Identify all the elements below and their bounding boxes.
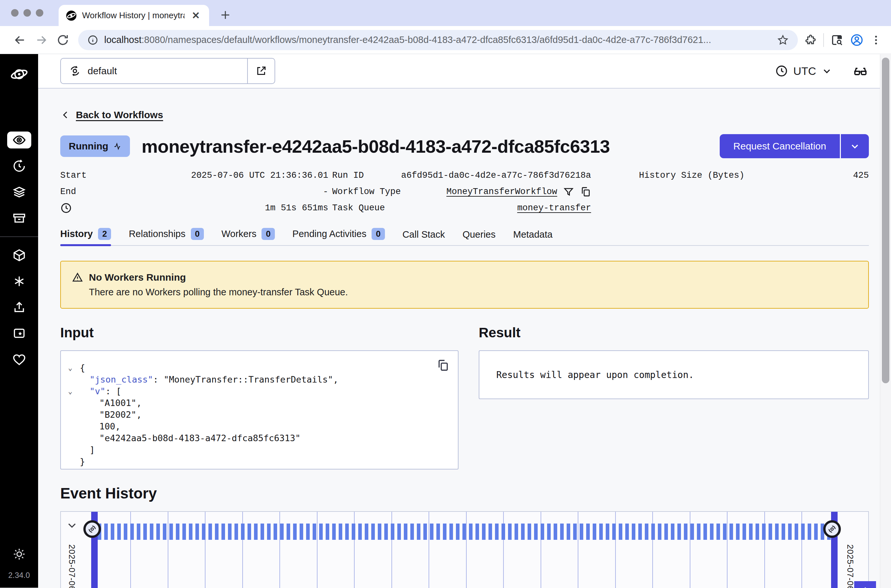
tab-workers[interactable]: Workers0 xyxy=(222,228,275,245)
detail-row: Run IDa6fd95d1-da0c-4d2e-a77c-786f3d7621… xyxy=(332,167,591,184)
forward-icon[interactable] xyxy=(31,29,52,51)
labs-glasses-icon[interactable] xyxy=(853,63,868,79)
cancellation-menu-button[interactable] xyxy=(841,134,869,158)
tab-count-badge: 0 xyxy=(372,228,385,240)
timeline-end-marker[interactable] xyxy=(823,520,841,538)
chevron-down-icon xyxy=(821,66,832,76)
copy-icon[interactable] xyxy=(580,186,591,197)
timeline-event-stripes[interactable] xyxy=(98,524,831,540)
window-close-button[interactable] xyxy=(11,9,19,16)
back-to-workflows-link[interactable]: Back to Workflows xyxy=(76,110,163,120)
toolbar-divider xyxy=(823,33,824,47)
browser-chrome: Workflow History | moneytran ✕ localhost… xyxy=(0,0,891,54)
timezone-selector[interactable]: UTC xyxy=(775,64,832,78)
namespace-icon xyxy=(69,65,81,77)
sidebar-item-namespaces[interactable] xyxy=(7,247,31,264)
details-col-1: Start2025-07-06 UTC 21:36:36.01End-1m 51… xyxy=(60,167,328,216)
json-text: : "MoneyTransfer::TransferDetails", xyxy=(153,374,338,384)
tab-count-badge: 0 xyxy=(191,228,204,240)
back-icon[interactable] xyxy=(9,29,31,51)
app-sidebar: 2.34.0 xyxy=(0,54,38,588)
detail-value: a6fd95d1-da0c-4d2e-a77c-786f3d76218a xyxy=(401,171,591,180)
tab-relationships[interactable]: Relationships0 xyxy=(129,228,204,245)
tab-pending-activities[interactable]: Pending Activities0 xyxy=(292,228,385,245)
code-line: ] xyxy=(68,444,448,456)
code-gutter xyxy=(68,409,80,421)
page-scrollbar[interactable] xyxy=(880,54,891,588)
extensions-icon[interactable] xyxy=(804,34,817,46)
detail-value-link[interactable]: money-transfer xyxy=(517,203,591,213)
tab-search-icon[interactable] xyxy=(830,33,843,46)
tab-label: Workers xyxy=(222,228,256,239)
menu-kebab-icon[interactable] xyxy=(870,34,882,46)
namespace-name: default xyxy=(88,66,117,76)
temporal-logo-icon[interactable] xyxy=(10,65,28,83)
reload-icon[interactable] xyxy=(52,29,74,51)
tab-history[interactable]: History2 xyxy=(60,228,111,245)
namespace-external-link[interactable] xyxy=(247,58,274,83)
sidebar-item-feedback[interactable] xyxy=(7,351,31,368)
sidebar-item-import[interactable] xyxy=(7,299,31,316)
code-line: 100, xyxy=(68,421,448,432)
timeline-collapse-chevron-icon[interactable] xyxy=(66,519,78,532)
layers-icon xyxy=(12,185,26,199)
tab-metadata[interactable]: Metadata xyxy=(513,229,553,245)
breadcrumb: Back to Workflows xyxy=(60,110,869,120)
eye-icon xyxy=(12,133,26,147)
code-line: ⌄"v": [ xyxy=(68,386,448,397)
archive-icon xyxy=(12,211,26,225)
copy-icon[interactable] xyxy=(436,359,449,372)
detail-row: End- xyxy=(60,184,328,200)
scroll-to-bottom-button[interactable] xyxy=(854,581,876,588)
collapse-chevron-icon[interactable]: ⌄ xyxy=(68,362,80,374)
url-text: localhost:8080/namespaces/default/workfl… xyxy=(104,34,771,45)
window-controls[interactable] xyxy=(11,9,44,16)
window-zoom-button[interactable] xyxy=(36,9,44,16)
request-cancellation-button[interactable]: Request Cancellation xyxy=(720,134,841,158)
code-gutter xyxy=(68,421,80,432)
detail-value-link[interactable]: MoneyTransferWorkflow xyxy=(447,187,557,196)
filter-icon xyxy=(563,186,574,197)
status-label: Running xyxy=(69,141,108,152)
input-heading: Input xyxy=(60,325,459,340)
sidebar-item-docs[interactable] xyxy=(7,325,31,342)
tab-strip: Workflow History | moneytran ✕ xyxy=(0,0,891,26)
new-tab-button[interactable] xyxy=(216,5,235,25)
tab-queries[interactable]: Queries xyxy=(462,229,496,245)
sidebar-item-workflows[interactable] xyxy=(7,132,31,148)
sidebar-item-nexus[interactable] xyxy=(7,273,31,290)
filter-icon[interactable] xyxy=(563,186,574,197)
profile-icon[interactable] xyxy=(850,33,864,47)
workflow-header: Running moneytransfer-e4242aa5-b08d-4183… xyxy=(60,134,869,158)
timeline-start-marker[interactable] xyxy=(83,520,101,538)
detail-label xyxy=(60,202,72,214)
site-info-icon[interactable] xyxy=(87,34,98,46)
detail-row: 1m 51s 651ms xyxy=(60,200,328,216)
sidebar-divider xyxy=(0,236,38,237)
sidebar-item-schedules[interactable] xyxy=(7,158,31,174)
detail-value: 2025-07-06 UTC 21:36:36.01 xyxy=(191,171,328,180)
address-bar[interactable]: localhost:8080/namespaces/default/workfl… xyxy=(78,30,798,50)
scrollbar-thumb[interactable] xyxy=(882,58,890,383)
url-host: localhost xyxy=(104,34,141,45)
theme-toggle-sun-icon[interactable] xyxy=(12,547,26,561)
details-col-3: History Size (Bytes)425 xyxy=(639,167,869,216)
bookmark-star-icon[interactable] xyxy=(777,34,789,46)
clock-icon xyxy=(60,202,72,214)
tab-close-icon[interactable]: ✕ xyxy=(190,10,202,21)
warning-title: No Workers Running xyxy=(89,272,186,283)
sidebar-item-batch-operations[interactable] xyxy=(7,210,31,226)
sidebar-item-deployments[interactable] xyxy=(7,184,31,201)
json-key: "json_class" xyxy=(90,374,153,384)
collapse-chevron-icon[interactable]: ⌄ xyxy=(68,386,80,397)
event-history-timeline: 2025-07-06 UTC 2 2025-07-06 UTC 2 5s11s1… xyxy=(60,511,869,588)
main-area: default UTC Back to Workflo xyxy=(38,54,891,588)
arrow-down-icon xyxy=(859,585,872,588)
json-text: { xyxy=(80,363,85,373)
tab-call-stack[interactable]: Call Stack xyxy=(402,229,445,245)
json-text: "A1001", xyxy=(99,398,142,408)
browser-tab[interactable]: Workflow History | moneytran ✕ xyxy=(58,5,209,26)
tab-label: Relationships xyxy=(129,228,185,239)
window-minimize-button[interactable] xyxy=(24,9,31,16)
namespace-selector[interactable]: default xyxy=(60,58,275,84)
